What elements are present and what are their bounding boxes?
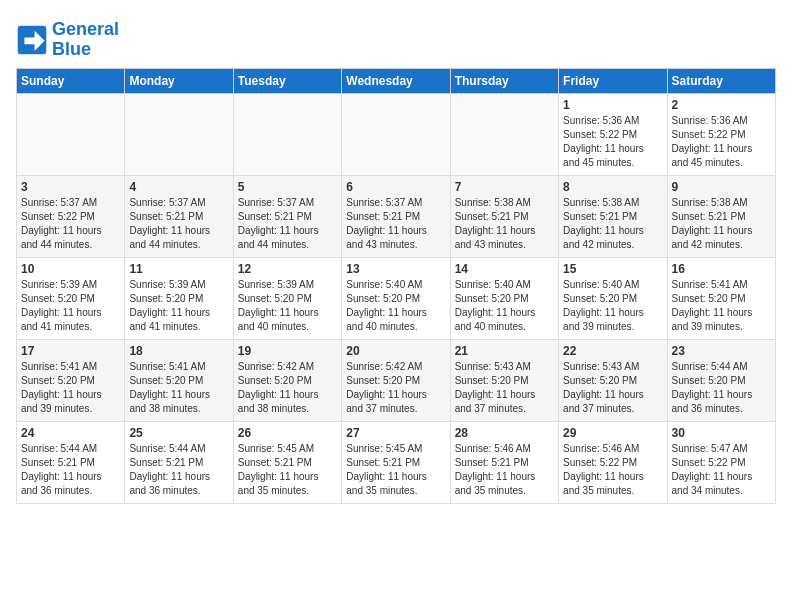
day-detail: Sunrise: 5:37 AM Sunset: 5:21 PM Dayligh… bbox=[238, 196, 337, 252]
day-number: 23 bbox=[672, 344, 771, 358]
day-detail: Sunrise: 5:36 AM Sunset: 5:22 PM Dayligh… bbox=[563, 114, 662, 170]
calendar-cell: 22Sunrise: 5:43 AM Sunset: 5:20 PM Dayli… bbox=[559, 339, 667, 421]
day-number: 29 bbox=[563, 426, 662, 440]
week-row-2: 3Sunrise: 5:37 AM Sunset: 5:22 PM Daylig… bbox=[17, 175, 776, 257]
day-detail: Sunrise: 5:45 AM Sunset: 5:21 PM Dayligh… bbox=[346, 442, 445, 498]
weekday-header-sunday: Sunday bbox=[17, 68, 125, 93]
day-detail: Sunrise: 5:37 AM Sunset: 5:21 PM Dayligh… bbox=[129, 196, 228, 252]
calendar-cell bbox=[233, 93, 341, 175]
calendar-cell: 19Sunrise: 5:42 AM Sunset: 5:20 PM Dayli… bbox=[233, 339, 341, 421]
day-number: 16 bbox=[672, 262, 771, 276]
day-detail: Sunrise: 5:43 AM Sunset: 5:20 PM Dayligh… bbox=[455, 360, 554, 416]
day-number: 20 bbox=[346, 344, 445, 358]
calendar-cell: 25Sunrise: 5:44 AM Sunset: 5:21 PM Dayli… bbox=[125, 421, 233, 503]
day-detail: Sunrise: 5:47 AM Sunset: 5:22 PM Dayligh… bbox=[672, 442, 771, 498]
day-number: 14 bbox=[455, 262, 554, 276]
week-row-1: 1Sunrise: 5:36 AM Sunset: 5:22 PM Daylig… bbox=[17, 93, 776, 175]
day-detail: Sunrise: 5:46 AM Sunset: 5:22 PM Dayligh… bbox=[563, 442, 662, 498]
calendar-cell bbox=[17, 93, 125, 175]
day-number: 30 bbox=[672, 426, 771, 440]
day-detail: Sunrise: 5:38 AM Sunset: 5:21 PM Dayligh… bbox=[455, 196, 554, 252]
day-detail: Sunrise: 5:37 AM Sunset: 5:21 PM Dayligh… bbox=[346, 196, 445, 252]
day-detail: Sunrise: 5:44 AM Sunset: 5:21 PM Dayligh… bbox=[21, 442, 120, 498]
calendar-cell: 30Sunrise: 5:47 AM Sunset: 5:22 PM Dayli… bbox=[667, 421, 775, 503]
logo-icon bbox=[16, 24, 48, 56]
day-detail: Sunrise: 5:44 AM Sunset: 5:20 PM Dayligh… bbox=[672, 360, 771, 416]
calendar-cell: 27Sunrise: 5:45 AM Sunset: 5:21 PM Dayli… bbox=[342, 421, 450, 503]
day-number: 13 bbox=[346, 262, 445, 276]
day-number: 22 bbox=[563, 344, 662, 358]
day-detail: Sunrise: 5:42 AM Sunset: 5:20 PM Dayligh… bbox=[346, 360, 445, 416]
day-number: 5 bbox=[238, 180, 337, 194]
day-detail: Sunrise: 5:42 AM Sunset: 5:20 PM Dayligh… bbox=[238, 360, 337, 416]
day-detail: Sunrise: 5:40 AM Sunset: 5:20 PM Dayligh… bbox=[563, 278, 662, 334]
calendar-cell: 9Sunrise: 5:38 AM Sunset: 5:21 PM Daylig… bbox=[667, 175, 775, 257]
calendar-cell: 14Sunrise: 5:40 AM Sunset: 5:20 PM Dayli… bbox=[450, 257, 558, 339]
day-detail: Sunrise: 5:37 AM Sunset: 5:22 PM Dayligh… bbox=[21, 196, 120, 252]
calendar-cell: 8Sunrise: 5:38 AM Sunset: 5:21 PM Daylig… bbox=[559, 175, 667, 257]
calendar-cell: 29Sunrise: 5:46 AM Sunset: 5:22 PM Dayli… bbox=[559, 421, 667, 503]
calendar-cell: 23Sunrise: 5:44 AM Sunset: 5:20 PM Dayli… bbox=[667, 339, 775, 421]
weekday-header-tuesday: Tuesday bbox=[233, 68, 341, 93]
day-detail: Sunrise: 5:39 AM Sunset: 5:20 PM Dayligh… bbox=[21, 278, 120, 334]
calendar-cell: 1Sunrise: 5:36 AM Sunset: 5:22 PM Daylig… bbox=[559, 93, 667, 175]
day-number: 26 bbox=[238, 426, 337, 440]
logo: General Blue bbox=[16, 20, 119, 60]
day-number: 2 bbox=[672, 98, 771, 112]
day-number: 15 bbox=[563, 262, 662, 276]
day-number: 10 bbox=[21, 262, 120, 276]
weekday-header-row: SundayMondayTuesdayWednesdayThursdayFrid… bbox=[17, 68, 776, 93]
day-number: 27 bbox=[346, 426, 445, 440]
logo-text: General Blue bbox=[52, 20, 119, 60]
calendar-cell: 17Sunrise: 5:41 AM Sunset: 5:20 PM Dayli… bbox=[17, 339, 125, 421]
weekday-header-friday: Friday bbox=[559, 68, 667, 93]
calendar-cell: 28Sunrise: 5:46 AM Sunset: 5:21 PM Dayli… bbox=[450, 421, 558, 503]
weekday-header-saturday: Saturday bbox=[667, 68, 775, 93]
calendar-cell: 21Sunrise: 5:43 AM Sunset: 5:20 PM Dayli… bbox=[450, 339, 558, 421]
day-detail: Sunrise: 5:38 AM Sunset: 5:21 PM Dayligh… bbox=[563, 196, 662, 252]
day-detail: Sunrise: 5:45 AM Sunset: 5:21 PM Dayligh… bbox=[238, 442, 337, 498]
calendar-cell: 7Sunrise: 5:38 AM Sunset: 5:21 PM Daylig… bbox=[450, 175, 558, 257]
day-number: 24 bbox=[21, 426, 120, 440]
day-number: 6 bbox=[346, 180, 445, 194]
day-number: 18 bbox=[129, 344, 228, 358]
calendar-cell: 5Sunrise: 5:37 AM Sunset: 5:21 PM Daylig… bbox=[233, 175, 341, 257]
day-detail: Sunrise: 5:46 AM Sunset: 5:21 PM Dayligh… bbox=[455, 442, 554, 498]
calendar-cell: 16Sunrise: 5:41 AM Sunset: 5:20 PM Dayli… bbox=[667, 257, 775, 339]
day-number: 1 bbox=[563, 98, 662, 112]
calendar-cell: 24Sunrise: 5:44 AM Sunset: 5:21 PM Dayli… bbox=[17, 421, 125, 503]
week-row-5: 24Sunrise: 5:44 AM Sunset: 5:21 PM Dayli… bbox=[17, 421, 776, 503]
day-number: 8 bbox=[563, 180, 662, 194]
weekday-header-monday: Monday bbox=[125, 68, 233, 93]
calendar-table: SundayMondayTuesdayWednesdayThursdayFrid… bbox=[16, 68, 776, 504]
day-detail: Sunrise: 5:38 AM Sunset: 5:21 PM Dayligh… bbox=[672, 196, 771, 252]
day-number: 4 bbox=[129, 180, 228, 194]
calendar-cell bbox=[450, 93, 558, 175]
calendar-cell: 13Sunrise: 5:40 AM Sunset: 5:20 PM Dayli… bbox=[342, 257, 450, 339]
day-detail: Sunrise: 5:39 AM Sunset: 5:20 PM Dayligh… bbox=[129, 278, 228, 334]
day-number: 12 bbox=[238, 262, 337, 276]
day-number: 17 bbox=[21, 344, 120, 358]
week-row-3: 10Sunrise: 5:39 AM Sunset: 5:20 PM Dayli… bbox=[17, 257, 776, 339]
day-detail: Sunrise: 5:36 AM Sunset: 5:22 PM Dayligh… bbox=[672, 114, 771, 170]
day-number: 9 bbox=[672, 180, 771, 194]
calendar-cell: 2Sunrise: 5:36 AM Sunset: 5:22 PM Daylig… bbox=[667, 93, 775, 175]
calendar-cell: 20Sunrise: 5:42 AM Sunset: 5:20 PM Dayli… bbox=[342, 339, 450, 421]
day-number: 28 bbox=[455, 426, 554, 440]
calendar-cell: 10Sunrise: 5:39 AM Sunset: 5:20 PM Dayli… bbox=[17, 257, 125, 339]
page-header: General Blue bbox=[16, 16, 776, 60]
day-number: 7 bbox=[455, 180, 554, 194]
day-detail: Sunrise: 5:41 AM Sunset: 5:20 PM Dayligh… bbox=[672, 278, 771, 334]
day-number: 19 bbox=[238, 344, 337, 358]
calendar-cell bbox=[125, 93, 233, 175]
day-number: 25 bbox=[129, 426, 228, 440]
calendar-cell: 18Sunrise: 5:41 AM Sunset: 5:20 PM Dayli… bbox=[125, 339, 233, 421]
calendar-cell: 11Sunrise: 5:39 AM Sunset: 5:20 PM Dayli… bbox=[125, 257, 233, 339]
calendar-cell: 15Sunrise: 5:40 AM Sunset: 5:20 PM Dayli… bbox=[559, 257, 667, 339]
calendar-cell: 12Sunrise: 5:39 AM Sunset: 5:20 PM Dayli… bbox=[233, 257, 341, 339]
calendar-cell: 26Sunrise: 5:45 AM Sunset: 5:21 PM Dayli… bbox=[233, 421, 341, 503]
day-detail: Sunrise: 5:40 AM Sunset: 5:20 PM Dayligh… bbox=[346, 278, 445, 334]
weekday-header-thursday: Thursday bbox=[450, 68, 558, 93]
day-number: 11 bbox=[129, 262, 228, 276]
calendar-cell bbox=[342, 93, 450, 175]
